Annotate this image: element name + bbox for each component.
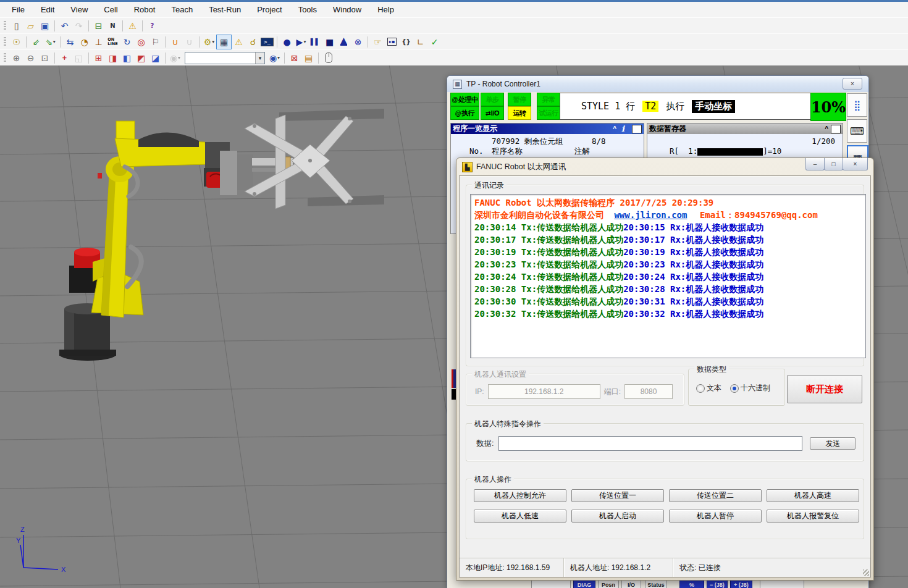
save-cell-icon[interactable]: ▣	[38, 19, 52, 33]
send-button[interactable]: 发送	[810, 437, 855, 450]
alarm-save-icon[interactable]: ⚠	[125, 19, 140, 33]
floor-plane-icon[interactable]: ◱	[72, 51, 86, 65]
robot-start-button[interactable]: 机器人启动	[571, 510, 664, 523]
zoom-window-icon[interactable]: ⊡	[38, 51, 52, 65]
redo-icon[interactable]: ↷	[72, 19, 86, 33]
run-panel-icon[interactable]: ▸▪	[385, 35, 399, 49]
robot-jog-menu-icon[interactable]: ⚙▾	[202, 35, 216, 49]
robot-hand-icon[interactable]: ☞	[371, 35, 385, 49]
part-shift-left-icon[interactable]: ◧	[120, 51, 134, 65]
menu-project[interactable]: Project	[249, 3, 290, 16]
robot-find-icon[interactable]: ☌	[246, 35, 260, 49]
robot-low-speed-button[interactable]: 机器人低速	[474, 510, 566, 523]
menu-file[interactable]: File	[4, 3, 33, 16]
program-list-titlebar[interactable]: 程序一览显示 ^ i	[451, 124, 644, 134]
cell-browser-icon[interactable]: ⊟	[91, 19, 106, 33]
signpost-icon[interactable]: ⚐	[148, 35, 162, 49]
numeric-order-icon[interactable]: N	[106, 19, 120, 33]
close-button[interactable]: ×	[843, 158, 868, 170]
comm-log-textarea[interactable]: FANUC Robot 以太网数据传输程序 2017/7/25 20:29:39…	[470, 194, 866, 358]
wireframe-cube-icon[interactable]: ⊠	[287, 51, 301, 65]
measure-gauge-icon[interactable]: ◔	[77, 35, 91, 49]
menu-robot[interactable]: Robot	[126, 3, 164, 16]
menu-test-run[interactable]: Test-Run	[201, 3, 249, 16]
center-view-icon[interactable]: +	[57, 51, 72, 65]
register-titlebar[interactable]: 数据暂存器 ^	[647, 124, 843, 134]
datatype-text-radio[interactable]: 文本	[696, 383, 721, 393]
zoom-out-icon[interactable]: ⊖	[23, 51, 38, 65]
machine-relocate-icon[interactable]: ⇆	[63, 35, 77, 49]
send-position-1-button[interactable]: 传送位置一	[571, 489, 664, 502]
robot-pause-button[interactable]: 机器人暂停	[669, 510, 762, 523]
port-field[interactable]	[624, 384, 673, 399]
menu-teach[interactable]: Teach	[163, 3, 201, 16]
panel-maximize-button[interactable]	[831, 125, 841, 133]
gripper-open-icon[interactable]: ∪	[168, 35, 182, 49]
camera-view-icon[interactable]: ◉▾	[267, 51, 282, 65]
part-raise-icon[interactable]: ◩	[134, 51, 148, 65]
robot-control-enable-button[interactable]: 机器人控制允许	[474, 489, 566, 502]
toolbar-separator	[165, 36, 166, 48]
robot-rotate-icon[interactable]: ↻	[120, 35, 134, 49]
minimize-button[interactable]: –	[805, 158, 825, 170]
abort-icon[interactable]: ⊗	[351, 35, 365, 49]
profiler-icon[interactable]: {}	[399, 35, 413, 49]
robot-alarm-reset-button[interactable]: 机器人报警复位	[767, 510, 859, 523]
panel-maximize-button[interactable]	[632, 125, 642, 133]
toolbar-grip[interactable]	[4, 37, 6, 47]
stop-icon[interactable]: ■	[322, 35, 337, 49]
menu-edit[interactable]: Edit	[33, 3, 62, 16]
teach-jog-edit-icon[interactable]: ⇘▾	[43, 35, 57, 49]
column-no: No.	[469, 146, 484, 156]
measure-ruler-icon[interactable]: ▤	[301, 51, 316, 65]
ip-field[interactable]	[488, 384, 600, 399]
teach-pendant-icon[interactable]: ▦	[216, 35, 232, 49]
robot-neighborhood-icon[interactable]: ☉	[9, 35, 23, 49]
cycle-start-icon[interactable]: ▶▾	[294, 35, 308, 49]
timing-diagram-icon[interactable]: ∟	[413, 35, 427, 49]
resize-grip[interactable]	[863, 569, 869, 576]
part-lower-icon[interactable]: ◪	[148, 51, 162, 65]
menu-help[interactable]: Help	[369, 3, 402, 16]
new-cell-icon[interactable]: ▯	[9, 19, 23, 33]
frame-xyz-icon[interactable]: ⊥	[91, 35, 106, 49]
kcl-terminal-icon[interactable]: >_	[260, 35, 274, 49]
command-input[interactable]	[498, 436, 802, 451]
target-point-icon[interactable]: ◎	[134, 35, 148, 49]
log-website-link[interactable]: www.jliron.com	[614, 210, 687, 220]
robot-high-speed-button[interactable]: 机器人高速	[767, 489, 859, 502]
alarm-list-icon[interactable]: ⚠	[232, 35, 246, 49]
pixel-map-icon[interactable]: ⣿	[847, 93, 867, 117]
menu-tools[interactable]: Tools	[290, 3, 325, 16]
part-add-icon[interactable]: ⊞	[91, 51, 106, 65]
help-icon[interactable]: ?	[145, 19, 159, 33]
ok-flag-icon[interactable]: ✓	[427, 35, 442, 49]
view-preset-combo[interactable]	[185, 52, 265, 64]
tp-led-io: ⇄I/O	[481, 106, 504, 120]
record-icon[interactable]: ●	[280, 35, 294, 49]
dialog-titlebar[interactable]: ▙ FANUC Robot 以太网通讯 – □ ×	[456, 158, 873, 175]
zoom-in-icon[interactable]: ⊕	[9, 51, 23, 65]
gripper-link-icon[interactable]: ∪	[182, 35, 196, 49]
pause-icon[interactable]: ▌▌	[308, 35, 322, 49]
part-shift-right-icon[interactable]: ◨	[106, 51, 120, 65]
menu-view[interactable]: View	[62, 3, 96, 16]
mouse-mapping-icon[interactable]	[321, 51, 335, 65]
toolbar-grip[interactable]	[4, 21, 6, 31]
menu-cell[interactable]: Cell	[96, 3, 125, 16]
datatype-hex-radio[interactable]: 十六进制	[730, 383, 770, 393]
teach-jog-lock-icon[interactable]: ⇙	[29, 35, 43, 49]
tp-close-button[interactable]: ×	[843, 78, 862, 90]
menu-window[interactable]: Window	[325, 3, 369, 16]
tp-titlebar[interactable]: ▦ TP - Robot Controller1 ×	[447, 76, 868, 92]
camera-prev-icon[interactable]: ◉▾	[168, 51, 182, 65]
disconnect-button[interactable]: 断开连接	[787, 375, 862, 403]
maximize-button[interactable]: □	[824, 158, 843, 170]
toolbar-grip[interactable]	[4, 53, 6, 63]
online-mode-icon[interactable]: ONLINE	[106, 35, 120, 49]
keyboard-icon[interactable]: ⌨	[847, 119, 867, 143]
open-cell-icon[interactable]: ▱	[23, 19, 38, 33]
undo-icon[interactable]: ↶	[57, 19, 72, 33]
eject-icon[interactable]: ▲	[337, 35, 351, 49]
send-position-2-button[interactable]: 传送位置二	[669, 489, 762, 502]
